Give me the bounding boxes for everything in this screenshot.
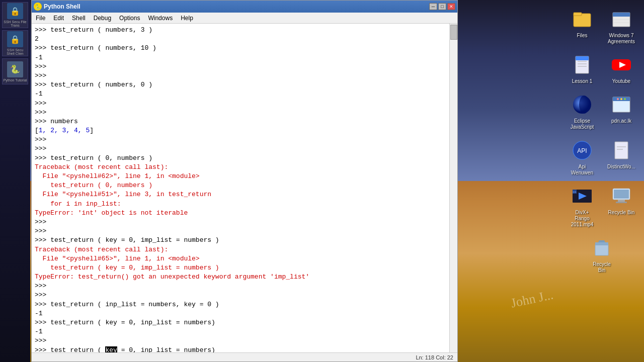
api-icon: API [570,138,594,162]
youtube-icon [609,53,633,77]
status-text: Ln: 118 Col: 22 [416,354,453,360]
shell-line-3: >>> test_return ( numbers, 10 ) [35,44,455,53]
lesson1-icon [570,53,594,77]
shell-line-15: >>> test_return ( 0, numbers ) [35,154,455,163]
menu-help[interactable]: Help [177,13,197,23]
taskbar-icon-python[interactable]: 🐍 Python Tutorial [2,58,28,84]
pdn-icon [609,93,633,117]
svg-point-18 [620,98,622,100]
shell-line-35: >>> [35,336,455,345]
shell-line-17: File "<pyshell#62>", line 1, in <module> [35,172,455,181]
shell-line-18: test_return ( 0, numbers ) [35,181,455,190]
menu-debug[interactable]: Debug [90,13,115,23]
desktop-icon-computer[interactable]: Recycle Bin [604,182,639,230]
eclipse-label: EclipseJavaScript [571,118,594,130]
recycle-icon [590,236,614,260]
desktop-icon-row-6: RecycleBin [584,234,619,276]
python-shell-window: 🐍 Python Shell ─ □ ✕ File Edit Shell Deb… [31,0,458,362]
desktop-icon-api[interactable]: API ApiWenuwen [565,136,600,178]
menu-shell[interactable]: Shell [68,13,90,23]
desktop-icon-eclipse[interactable]: EclipseJavaScript [565,90,600,132]
shell-text-area[interactable]: >>> test_return ( numbers, 3 ) 2 >>> tes… [32,24,457,352]
desktop-icon-youtube[interactable]: Youtube [604,51,639,86]
desktop-icons: Files Windows 7Agreements [565,5,639,276]
signature: John J... [510,287,555,311]
desktop-icon-distinct[interactable]: DistinctWo... [604,136,639,178]
shell-line-30: >>> [35,291,455,300]
svg-point-19 [624,98,626,100]
desktop: 🔒 SSH Secu File Trans 🔒 SSH SecuShell Cl… [0,0,644,362]
desktop-icon-rango[interactable]: DX DivX+Rango2011.mp4 [565,182,600,230]
shell-line-10: >>> [35,108,455,117]
close-button[interactable]: ✕ [447,3,455,10]
desktop-icon-pdn[interactable]: pdn.ac.lk [604,90,639,132]
shell-line-29: >>> [35,282,455,291]
svg-text:DX: DX [573,191,577,194]
shell-line-31: >>> test_return ( inp_list = numbers, ke… [35,300,455,309]
svg-rect-34 [595,242,608,245]
taskbar-icon-ssh2[interactable]: 🔒 SSH SecuShell Clien [2,30,28,56]
shell-line-8: -1 [35,89,455,99]
shell-line-26: File "<pyshell#65>", line 1, in <module> [35,254,455,263]
computer-icon [609,184,633,208]
svg-rect-32 [616,202,627,203]
shell-line-32: -1 [35,309,455,318]
shell-line-2: 2 [35,35,455,44]
shell-line-12: [1, 2, 3, 4, 5] [35,126,455,135]
menu-edit[interactable]: Edit [49,13,68,23]
shell-line-5: >>> [35,62,455,71]
rango-label: DivX+Rango2011.mp4 [571,210,593,228]
shell-line-33: >>> test_return ( key = 0, inp_list = nu… [35,318,455,327]
shell-line-21: TypeError: 'int' object is not iterable [35,209,455,218]
desktop-icon-windows7[interactable]: Windows 7Agreements [604,5,639,47]
shell-line-23: >>> [35,227,455,236]
desktop-icon-files[interactable]: Files [565,5,600,47]
api-label: ApiWenuwen [571,164,593,176]
files-label: Files [577,33,587,39]
shell-line-7: >>> test_return ( numbers, 0 ) [35,80,455,89]
shell-line-6: >>> [35,71,455,80]
shell-line-13: >>> [35,135,455,144]
svg-point-17 [617,98,619,100]
desktop-icon-row-5: DX DivX+Rango2011.mp4 Recycle Bin [565,182,639,230]
title-bar: 🐍 Python Shell ─ □ ✕ [32,1,457,13]
rango-icon: DX [570,184,594,208]
shell-line-28: TypeError: test_return() got an unexpect… [35,273,455,282]
shell-line-11: >>> numbers [35,117,455,126]
desktop-icon-row-1: Files Windows 7Agreements [565,5,639,47]
shell-line-20: for i in inp_list: [35,200,455,209]
windows7-label: Windows 7Agreements [608,33,635,45]
maximize-button[interactable]: □ [438,3,446,10]
window-controls: ─ □ ✕ [429,3,455,10]
svg-rect-30 [614,190,629,199]
distinct-label: DistinctWo... [607,164,635,170]
desktop-icon-lesson1[interactable]: Lesson 1 [565,51,600,86]
svg-rect-31 [618,200,625,202]
youtube-label: Youtube [612,78,630,84]
shell-line-19: File "<pyshell#51>", line 3, in test_ret… [35,190,455,199]
window-icon: 🐍 [34,3,42,11]
windows7-icon [609,7,633,31]
shell-line-36: >>> test_return ( key = 0, inp_list = nu… [35,346,455,352]
svg-rect-22 [615,142,628,159]
menu-file[interactable]: File [32,13,49,23]
menu-options[interactable]: Options [115,13,144,23]
menu-windows[interactable]: Windows [144,13,177,23]
taskbar-left: 🔒 SSH Secu File Trans 🔒 SSH SecuShell Cl… [0,0,30,362]
window-title: Python Shell [44,3,80,10]
svg-rect-10 [576,56,589,60]
shell-line-22: >>> [35,218,455,227]
desktop-icon-row-3: EclipseJavaScript pdn.ac.lk [565,90,639,132]
scrollbar-thumb[interactable] [450,25,457,40]
desktop-icon-recycle[interactable]: RecycleBin [584,234,619,276]
taskbar-icon-ssh1[interactable]: 🔒 SSH Secu File Trans [2,2,28,28]
desktop-icon-row-4: API ApiWenuwen DistinctWo... [565,136,639,178]
shell-content[interactable]: >>> test_return ( numbers, 3 ) 2 >>> tes… [32,24,457,361]
status-bar: Ln: 118 Col: 22 [32,352,457,361]
files-icon [570,7,594,31]
recycle-label: RecycleBin [593,261,611,274]
desktop-icon-row-2: Lesson 1 Youtube [565,51,639,86]
lesson1-label: Lesson 1 [572,78,593,84]
minimize-button[interactable]: ─ [429,3,437,10]
scrollbar[interactable] [449,24,457,352]
